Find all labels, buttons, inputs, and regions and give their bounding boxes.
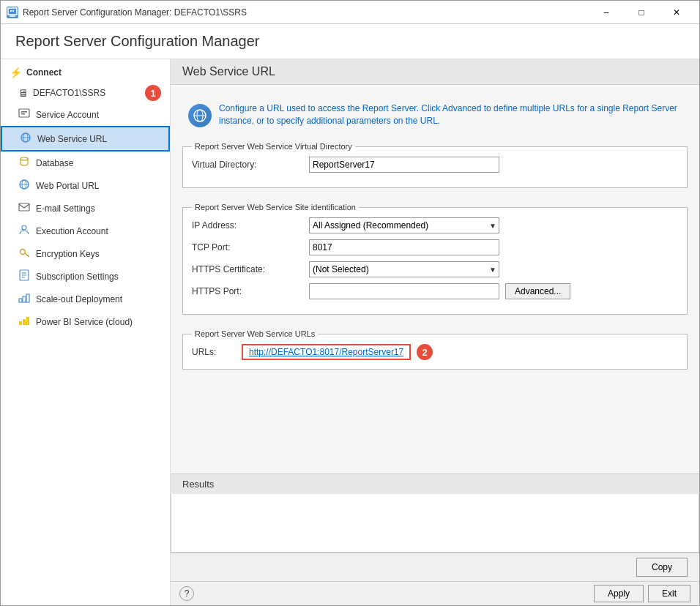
svg-rect-14 bbox=[19, 203, 29, 211]
sidebar-item-web-portal-url[interactable]: Web Portal URL bbox=[1, 174, 170, 197]
results-body bbox=[171, 494, 699, 553]
execution-account-label: Execution Account bbox=[36, 226, 108, 236]
title-bar-controls: – □ ✕ bbox=[589, 1, 693, 23]
site-identification-legend: Report Server Web Service Site identific… bbox=[192, 203, 359, 212]
svg-point-10 bbox=[21, 157, 28, 160]
scale-out-icon bbox=[18, 292, 30, 306]
svg-rect-5 bbox=[21, 111, 27, 113]
https-port-row: HTTPS Port: Advanced... bbox=[192, 283, 678, 299]
database-icon bbox=[18, 156, 30, 170]
minimize-button[interactable]: – bbox=[589, 1, 623, 23]
main-window: Report Server Configuration Manager: DEF… bbox=[0, 0, 700, 606]
tcp-port-row: TCP Port: bbox=[192, 239, 678, 255]
exit-button[interactable]: Exit bbox=[648, 585, 690, 602]
content-header: Web Service URL bbox=[171, 59, 699, 85]
encryption-keys-icon bbox=[18, 247, 30, 261]
virtual-directory-row: Virtual Directory: bbox=[192, 157, 678, 173]
web-service-url-label: Web Service URL bbox=[37, 134, 107, 144]
url-link[interactable]: http://DEFACTO1:8017/ReportServer17 bbox=[242, 344, 411, 360]
sidebar-item-database[interactable]: Database bbox=[1, 152, 170, 174]
sidebar-item-web-service-url[interactable]: Web Service URL bbox=[1, 126, 170, 152]
scale-out-deployment-label: Scale-out Deployment bbox=[36, 294, 122, 304]
svg-rect-26 bbox=[19, 321, 22, 325]
svg-line-18 bbox=[27, 255, 28, 256]
info-text: Configure a URL used to access the Repor… bbox=[219, 102, 682, 127]
main-content: ⚡ Connect 🖥 DEFACTO1\SSRS 1 Service Acco… bbox=[1, 59, 699, 605]
email-settings-label: E-mail Settings bbox=[36, 203, 95, 214]
tcp-port-input[interactable] bbox=[309, 239, 499, 255]
web-portal-url-label: Web Portal URL bbox=[36, 181, 99, 191]
site-identification-section: Report Server Web Service Site identific… bbox=[182, 203, 688, 315]
sidebar-item-power-bi-service[interactable]: Power BI Service (cloud) bbox=[1, 310, 170, 333]
advanced-button[interactable]: Advanced... bbox=[505, 283, 570, 299]
ip-address-select[interactable]: All Assigned (Recommended) bbox=[309, 217, 499, 233]
subscription-settings-label: Subscription Settings bbox=[36, 272, 119, 282]
tcp-port-label: TCP Port: bbox=[192, 242, 309, 252]
urls-section: Report Server Web Service URLs URLs: htt… bbox=[182, 329, 688, 370]
subscription-settings-icon bbox=[18, 269, 30, 283]
email-settings-icon bbox=[18, 201, 30, 215]
sidebar: ⚡ Connect 🖥 DEFACTO1\SSRS 1 Service Acco… bbox=[1, 59, 171, 605]
sidebar-item-encryption-keys[interactable]: Encryption Keys bbox=[1, 242, 170, 265]
content-title: Web Service URL bbox=[182, 65, 275, 78]
sidebar-item-execution-account[interactable]: Execution Account bbox=[1, 220, 170, 242]
svg-rect-27 bbox=[23, 319, 26, 325]
urls-row: URLs: http://DEFACTO1:8017/ReportServer1… bbox=[192, 344, 678, 360]
https-cert-label: HTTPS Certificate: bbox=[192, 264, 309, 274]
power-bi-service-label: Power BI Service (cloud) bbox=[36, 317, 133, 327]
sidebar-item-service-account[interactable]: Service Account bbox=[1, 103, 170, 126]
apply-button[interactable]: Apply bbox=[594, 585, 644, 602]
svg-rect-2 bbox=[12, 10, 14, 12]
svg-rect-28 bbox=[26, 317, 29, 325]
urls-section-legend: Report Server Web Service URLs bbox=[192, 329, 318, 338]
connect-label: Connect bbox=[26, 67, 62, 78]
svg-point-16 bbox=[21, 250, 26, 255]
content-body: Configure a URL used to access the Repor… bbox=[171, 85, 699, 474]
app-icon bbox=[7, 7, 18, 18]
https-port-input[interactable] bbox=[309, 283, 499, 299]
virtual-directory-label: Virtual Directory: bbox=[192, 160, 309, 170]
copy-bar: Copy bbox=[171, 553, 699, 581]
close-button[interactable]: ✕ bbox=[660, 1, 693, 23]
web-portal-url-icon bbox=[18, 179, 30, 192]
virtual-directory-section: Report Server Web Service Virtual Direct… bbox=[182, 142, 688, 188]
info-icon bbox=[188, 104, 212, 127]
sidebar-item-subscription-settings[interactable]: Subscription Settings bbox=[1, 265, 170, 288]
virtual-directory-legend: Report Server Web Service Virtual Direct… bbox=[192, 142, 355, 151]
svg-rect-24 bbox=[23, 296, 26, 302]
virtual-directory-input[interactable] bbox=[309, 157, 499, 173]
svg-point-15 bbox=[22, 225, 26, 230]
info-bar: Configure a URL used to access the Repor… bbox=[182, 97, 688, 133]
power-bi-icon bbox=[18, 315, 30, 329]
urls-label: URLs: bbox=[192, 347, 236, 357]
footer-bar: ? Apply Exit bbox=[171, 581, 699, 605]
ip-address-row: IP Address: All Assigned (Recommended) ▼ bbox=[192, 217, 678, 233]
svg-rect-23 bbox=[19, 299, 22, 302]
service-account-icon bbox=[18, 108, 30, 121]
title-bar-text: Report Server Configuration Manager: DEF… bbox=[23, 7, 247, 18]
sidebar-item-email-settings[interactable]: E-mail Settings bbox=[1, 197, 170, 220]
badge-1: 1 bbox=[145, 85, 161, 101]
web-service-url-icon bbox=[20, 132, 31, 146]
sidebar-connect[interactable]: ⚡ Connect bbox=[1, 62, 170, 83]
connect-icon: ⚡ bbox=[10, 67, 22, 78]
results-title: Results bbox=[182, 479, 214, 490]
https-cert-select[interactable]: (Not Selected) bbox=[309, 261, 499, 277]
https-port-label: HTTPS Port: bbox=[192, 286, 309, 296]
encryption-keys-label: Encryption Keys bbox=[36, 249, 100, 259]
https-cert-row: HTTPS Certificate: (Not Selected) ▼ bbox=[192, 261, 678, 277]
svg-rect-4 bbox=[19, 109, 29, 117]
service-account-label: Service Account bbox=[36, 110, 99, 120]
app-title: Report Server Configuration Manager bbox=[15, 33, 260, 49]
help-button[interactable]: ? bbox=[179, 586, 194, 601]
execution-account-icon bbox=[18, 224, 30, 238]
sidebar-item-scale-out-deployment[interactable]: Scale-out Deployment bbox=[1, 288, 170, 310]
title-bar-left: Report Server Configuration Manager: DEF… bbox=[7, 7, 247, 18]
sidebar-server-item[interactable]: 🖥 DEFACTO1\SSRS 1 bbox=[1, 83, 170, 103]
maximize-button[interactable]: □ bbox=[625, 1, 658, 23]
results-header-bar: Results bbox=[171, 474, 699, 494]
content-area: Web Service URL Configure a URL used to bbox=[171, 59, 699, 581]
copy-button[interactable]: Copy bbox=[636, 558, 688, 577]
badge-2: 2 bbox=[417, 344, 433, 360]
ip-address-label: IP Address: bbox=[192, 220, 309, 231]
